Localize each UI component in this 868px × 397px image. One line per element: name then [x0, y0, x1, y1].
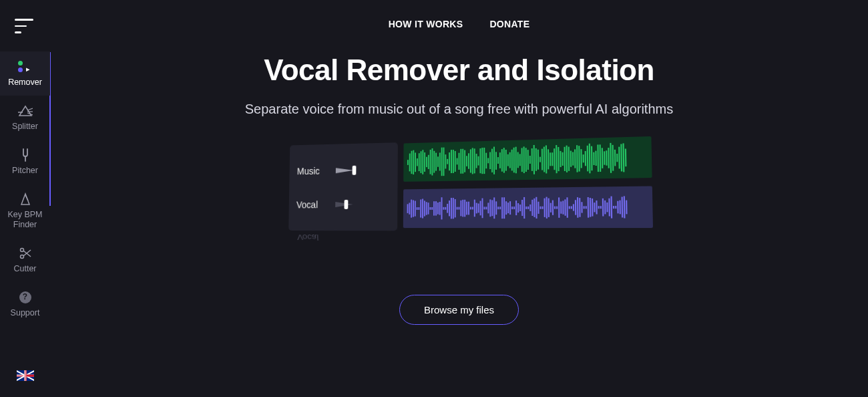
sidebar-item-label: Pitcher	[12, 166, 38, 176]
prism-icon	[18, 104, 33, 118]
sidebar-item-label: Key BPM Finder	[1, 210, 49, 230]
waveform-vocal	[403, 186, 652, 228]
sidebar-item-cutter[interactable]: Cutter	[0, 238, 50, 282]
sidebar-item-support[interactable]: ? Support	[0, 282, 50, 326]
track-label-vocal: Vocal	[296, 199, 326, 210]
flag-uk-icon	[17, 368, 34, 383]
sidebar-item-label: Remover	[8, 78, 42, 88]
nav-donate[interactable]: DONATE	[489, 19, 529, 29]
sidebar-item-label: Support	[11, 308, 40, 318]
waveform-music	[403, 136, 652, 182]
reflection-text: Vocal	[296, 233, 318, 242]
preview-widget: Music Vocal Vocal	[286, 144, 633, 257]
browse-files-button[interactable]: Browse my files	[399, 295, 519, 325]
svg-line-1	[27, 108, 33, 110]
waveforms	[403, 136, 652, 237]
sidebar-item-label: Cutter	[13, 264, 36, 274]
remover-icon: ▸	[18, 59, 33, 74]
svg-line-8	[23, 250, 31, 256]
top-nav: HOW IT WORKS DONATE	[50, 0, 868, 29]
sidebar-item-remover[interactable]: ▸ Remover	[0, 51, 50, 96]
track-label-music: Music	[296, 165, 327, 176]
sidebar-item-label: Splitter	[12, 122, 38, 132]
sidebar-item-keybpm[interactable]: Key BPM Finder	[0, 184, 50, 238]
page-subtitle: Separate voice from music out of a song …	[50, 102, 868, 117]
nav-how-it-works[interactable]: HOW IT WORKS	[389, 19, 463, 29]
page-title: Vocal Remover and Isolation	[50, 53, 868, 87]
tuning-fork-icon	[20, 148, 31, 162]
track-panel: Music Vocal Vocal	[288, 142, 398, 231]
help-icon: ?	[19, 290, 31, 305]
main-content: HOW IT WORKS DONATE Vocal Remover and Is…	[50, 0, 868, 397]
vocal-slider	[335, 201, 359, 207]
sidebar: ▸ Remover Splitter Pitcher Key BPM Finde…	[0, 0, 50, 397]
sidebar-item-pitcher[interactable]: Pitcher	[0, 140, 50, 184]
sidebar-item-language[interactable]	[0, 360, 50, 397]
music-slider	[335, 167, 359, 173]
metronome-icon	[19, 192, 31, 207]
svg-line-7	[23, 251, 31, 257]
sidebar-item-splitter[interactable]: Splitter	[0, 96, 50, 140]
menu-toggle[interactable]	[0, 0, 50, 51]
scissors-icon	[19, 246, 32, 261]
